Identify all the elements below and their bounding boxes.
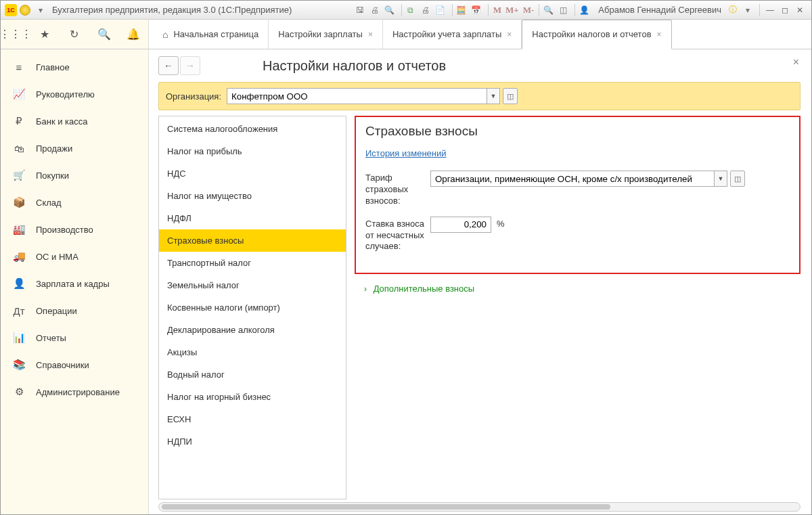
calendar-icon[interactable]: 📅 [470, 4, 482, 16]
highlighted-section: Страховые взносы История изменений Тариф… [355, 116, 800, 274]
rate-input[interactable] [430, 217, 491, 233]
sidebar-item-12[interactable]: ⚙Администрирование [1, 378, 148, 405]
category-item[interactable]: Транспортный налог [159, 252, 346, 274]
sidebar-item-7[interactable]: 🚚ОС и НМА [1, 243, 148, 270]
sidebar-item-label: ОС и НМА [36, 252, 78, 262]
sidebar-item-10[interactable]: 📊Отчеты [1, 324, 148, 351]
sidebar-icon: ₽ [12, 114, 26, 129]
category-item[interactable]: НДС [159, 162, 346, 185]
tab-home[interactable]: ⌂ Начальная страница [153, 20, 269, 49]
organization-dropdown-button[interactable]: ▼ [487, 88, 500, 104]
tarif-dropdown-button[interactable]: ▼ [714, 171, 727, 187]
rate-row: Ставка взноса от несчастных случаев: % [365, 217, 790, 253]
close-window-button[interactable]: ✕ [792, 4, 807, 16]
organization-label: Организация: [166, 91, 221, 102]
chevron-right-icon: › [364, 284, 367, 294]
tab-tax-settings[interactable]: Настройки налогов и отчетов × [522, 20, 671, 49]
main-area: ≡Главное📈Руководителю₽Банк и касса🛍Прода… [1, 49, 811, 515]
close-page-button[interactable]: × [793, 56, 799, 68]
zoom-icon[interactable]: 🔍 [542, 4, 554, 16]
category-item[interactable]: ЕСХН [159, 408, 346, 430]
rate-unit: % [497, 217, 505, 229]
sidebar-item-8[interactable]: 👤Зарплата и кадры [1, 270, 148, 297]
info-dropdown-icon[interactable]: ▾ [742, 4, 754, 16]
sidebar-item-9[interactable]: ДтОперации [1, 297, 148, 324]
organization-input[interactable] [227, 88, 487, 104]
forward-button[interactable]: → [180, 56, 200, 75]
tab-payroll-settings[interactable]: Настройки зарплаты × [269, 20, 383, 49]
tab-payroll-account-settings[interactable]: Настройки учета зарплаты × [383, 20, 522, 49]
compare-icon[interactable]: ⧉ [405, 4, 417, 16]
category-item[interactable]: Земельный налог [159, 274, 346, 296]
page-header: ← → Настройки налогов и отчетов [158, 56, 800, 75]
user-name[interactable]: Абрамов Геннадий Сергеевич [598, 5, 721, 15]
titlebar: 1C ▾ Бухгалтерия предприятия, редакция 3… [1, 1, 811, 20]
history-link[interactable]: История изменений [365, 148, 447, 158]
tarif-input[interactable] [430, 171, 715, 187]
organization-bar: Организация: ▼ ◫ [158, 82, 800, 110]
sidebar-item-label: Производство [36, 225, 93, 235]
back-button[interactable]: ← [158, 56, 179, 75]
maximize-button[interactable]: ◻ [777, 4, 792, 16]
sidebar-item-label: Банк и касса [36, 116, 88, 127]
category-item[interactable]: НДПИ [159, 430, 346, 453]
app-dropdown-icon[interactable] [20, 5, 30, 16]
category-item[interactable]: Водный налог [159, 363, 346, 386]
sidebar-item-1[interactable]: 📈Руководителю [1, 81, 148, 108]
user-icon: 👤 [578, 4, 590, 16]
category-item[interactable]: Декларирование алкоголя [159, 319, 346, 341]
sidebar-item-0[interactable]: ≡Главное [1, 53, 148, 81]
category-item[interactable]: Налог на прибыль [159, 140, 346, 162]
calc-icon[interactable]: 🧮 [455, 4, 468, 16]
sidebar-item-6[interactable]: 🏭Производство [1, 216, 148, 243]
tarif-open-button[interactable]: ◫ [730, 171, 745, 187]
close-icon[interactable]: × [657, 30, 662, 39]
app-title: Бухгалтерия предприятия, редакция 3.0 (1… [52, 5, 292, 15]
search-icon[interactable]: 🔍 [97, 27, 112, 42]
sidebar-item-4[interactable]: 🛒Покупки [1, 162, 148, 189]
windows-icon[interactable]: ◫ [557, 4, 569, 16]
sidebar-item-label: Покупки [36, 171, 69, 181]
category-list[interactable]: Система налогообложенияНалог на прибыльН… [158, 116, 346, 499]
sidebar: ≡Главное📈Руководителю₽Банк и касса🛍Прода… [1, 49, 149, 515]
favorite-icon[interactable]: ★ [37, 27, 52, 42]
home-icon: ⌂ [162, 29, 168, 40]
print2-icon[interactable]: 🖨 [420, 4, 432, 16]
sidebar-item-2[interactable]: ₽Банк и касса [1, 108, 148, 135]
sidebar-icon: 📦 [12, 195, 26, 210]
close-icon[interactable]: × [368, 30, 373, 39]
apps-icon[interactable]: ⋮⋮⋮ [8, 27, 23, 42]
category-item[interactable]: Страховые взносы [159, 229, 346, 252]
category-item[interactable]: Косвенные налоги (импорт) [159, 296, 346, 319]
sidebar-item-11[interactable]: 📚Справочники [1, 351, 148, 378]
detail-panel: Страховые взносы История изменений Тариф… [351, 116, 800, 499]
close-icon[interactable]: × [507, 30, 512, 39]
sidebar-item-label: Зарплата и кадры [36, 279, 110, 289]
horizontal-scrollbar[interactable] [158, 502, 800, 512]
sidebar-item-3[interactable]: 🛍Продажи [1, 135, 148, 162]
category-item[interactable]: НДФЛ [159, 207, 346, 229]
organization-open-button[interactable]: ◫ [503, 88, 518, 104]
minimize-button[interactable]: — [763, 4, 777, 16]
sidebar-icon: 🛍 [12, 141, 26, 156]
info-icon[interactable]: ⓘ [727, 4, 739, 16]
save-icon[interactable]: 🖫 [354, 4, 366, 16]
memory-buttons[interactable]: MM+M- [491, 5, 537, 16]
category-item[interactable]: Налог на игорный бизнес [159, 386, 346, 408]
doc-icon[interactable]: 📄 [434, 4, 447, 16]
notifications-icon[interactable]: 🔔 [126, 27, 141, 42]
print-icon[interactable]: 🖨 [369, 4, 381, 16]
additional-contributions-expander[interactable]: › Дополнительные взносы [355, 279, 800, 298]
dropdown-arrow-icon[interactable]: ▾ [35, 4, 47, 16]
page-title: Настройки налогов и отчетов [263, 58, 446, 74]
preview-icon[interactable]: 🔍 [384, 4, 396, 16]
sidebar-icon: 📊 [12, 330, 26, 345]
sidebar-icon: 📚 [12, 357, 26, 372]
category-item[interactable]: Система налогообложения [159, 118, 346, 140]
category-item[interactable]: Налог на имущество [159, 185, 346, 207]
sidebar-item-5[interactable]: 📦Склад [1, 189, 148, 216]
sidebar-icon: 🚚 [12, 249, 26, 264]
sidebar-item-label: Администрирование [36, 387, 120, 397]
history-icon[interactable]: ↻ [67, 27, 82, 42]
category-item[interactable]: Акцизы [159, 341, 346, 363]
